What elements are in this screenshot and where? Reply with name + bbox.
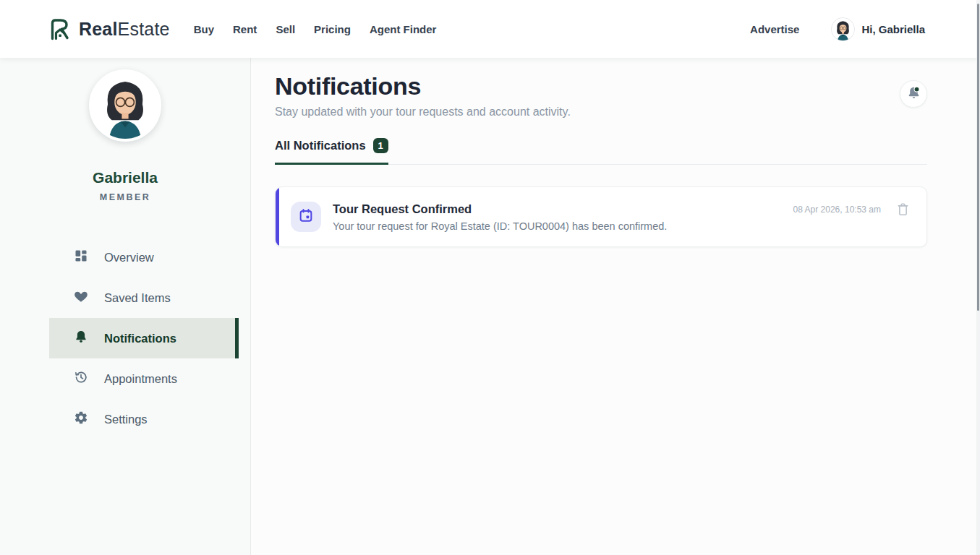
sidebar-menu: Overview Saved Items Notifications: [49, 237, 239, 439]
nav-link-buy[interactable]: Buy: [194, 23, 214, 35]
user-greeting: Hi, Gabriella: [861, 23, 925, 35]
tab-bar: All Notifications 1: [275, 138, 927, 165]
notification-icon-box: [291, 202, 321, 232]
sidebar-item-notifications[interactable]: Notifications: [49, 318, 239, 358]
profile-role-badge: MEMBER: [100, 192, 151, 202]
bell-icon: [74, 330, 88, 347]
tab-label: All Notifications: [275, 139, 366, 152]
brand-word-light: Estate: [118, 19, 170, 39]
history-clock-icon: [74, 370, 88, 387]
primary-nav: Buy Rent Sell Pricing Agent Finder: [194, 23, 437, 35]
tab-all-notifications[interactable]: All Notifications 1: [275, 138, 388, 165]
nav-link-sell[interactable]: Sell: [276, 23, 295, 35]
sidebar-item-overview[interactable]: Overview: [49, 237, 239, 278]
heading-block: Notifications Stay updated with your tou…: [275, 72, 571, 119]
notification-message: Your tour request for Royal Estate (ID: …: [333, 220, 667, 232]
main-header: Notifications Stay updated with your tou…: [275, 72, 927, 119]
page-subtitle: Stay updated with your tour requests and…: [275, 106, 571, 119]
brand-logo[interactable]: RealEstate: [47, 14, 170, 44]
notification-card[interactable]: Tour Request Confirmed Your tour request…: [275, 186, 927, 247]
profile-avatar: [92, 72, 158, 139]
sidebar-item-label: Appointments: [104, 372, 177, 386]
realestate-house-logo-icon: [47, 14, 74, 44]
sidebar: Gabriella MEMBER Overview: [0, 58, 251, 555]
nav-link-rent[interactable]: Rent: [233, 23, 257, 35]
sidebar-item-label: Overview: [104, 251, 154, 264]
heart-icon: [74, 289, 88, 306]
advertise-link[interactable]: Advertise: [750, 23, 799, 35]
navbar-right-group: Advertise Hi, Gabriella: [750, 17, 925, 41]
calendar-icon: [298, 207, 314, 226]
notification-meta: 08 Apr 2026, 10:53 am: [793, 202, 909, 218]
profile-name: Gabriella: [93, 169, 158, 186]
page-scrollbar-thumb[interactable]: [977, 4, 980, 311]
page-body: Gabriella MEMBER Overview: [0, 58, 980, 555]
nav-link-agent-finder[interactable]: Agent Finder: [370, 23, 437, 35]
profile-block: Gabriella MEMBER: [0, 69, 250, 202]
trash-icon: [897, 207, 909, 218]
notification-text-block: Tour Request Confirmed Your tour request…: [333, 202, 667, 232]
notification-title: Tour Request Confirmed: [333, 202, 667, 216]
sidebar-item-appointments[interactable]: Appointments: [49, 358, 239, 399]
notification-count-badge: 1: [373, 138, 388, 153]
profile-avatar-ring: [89, 69, 161, 142]
nav-link-pricing[interactable]: Pricing: [314, 23, 351, 35]
sidebar-item-label: Saved Items: [104, 291, 171, 305]
sidebar-item-settings[interactable]: Settings: [49, 399, 239, 439]
sidebar-item-saved-items[interactable]: Saved Items: [49, 278, 239, 318]
page-scrollbar-track[interactable]: [976, 0, 980, 555]
delete-notification-button[interactable]: [897, 202, 909, 218]
notifications-bell-button[interactable]: [900, 80, 927, 108]
notification-timestamp: 08 Apr 2026, 10:53 am: [793, 205, 881, 215]
bell-with-dot-icon: [906, 85, 921, 103]
page-title: Notifications: [275, 72, 571, 100]
dashboard-grid-icon: [74, 249, 88, 266]
gear-icon: [74, 410, 88, 428]
main-content: Notifications Stay updated with your tou…: [251, 58, 980, 555]
brand-name: RealEstate: [79, 19, 170, 40]
top-navbar: RealEstate Buy Rent Sell Pricing Agent F…: [0, 0, 980, 58]
sidebar-item-label: Settings: [104, 413, 148, 426]
user-avatar[interactable]: [831, 17, 855, 41]
brand-word-bold: Real: [79, 19, 118, 39]
sidebar-item-label: Notifications: [104, 332, 176, 345]
